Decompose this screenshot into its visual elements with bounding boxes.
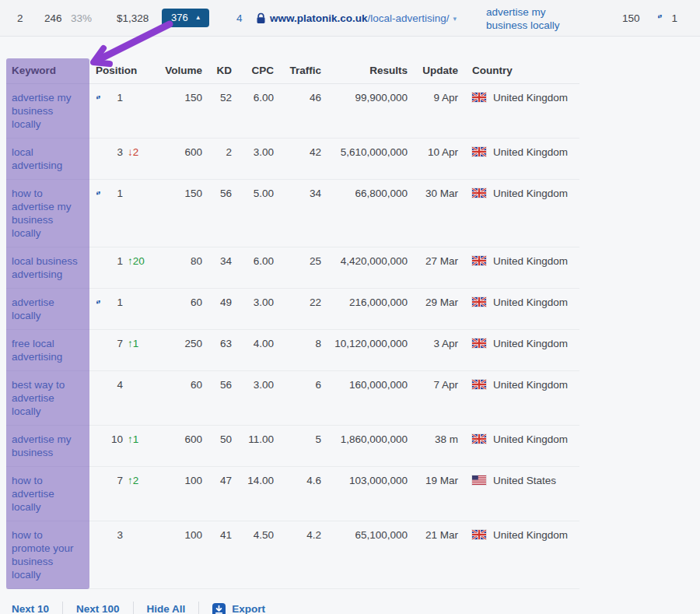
update-cell: 38 m [408, 426, 458, 466]
country-label: United Kingdom [493, 296, 568, 309]
keyword-link[interactable]: how to advertise locally [12, 475, 54, 513]
traffic-cell: 4.2 [274, 521, 321, 588]
country-cell: United Kingdom [458, 521, 579, 588]
volume-cell: 250 [156, 330, 202, 370]
column-header-kd[interactable]: KD [202, 58, 232, 83]
column-header-results[interactable]: Results [321, 58, 408, 83]
cpc-cell: 11.00 [232, 426, 274, 466]
column-header-update[interactable]: Update [408, 58, 458, 83]
column-header-position[interactable]: Position [92, 58, 156, 83]
next-100-button[interactable]: Next 100 [63, 602, 134, 614]
traffic-cell: 4.6 [274, 467, 321, 521]
keyword-link[interactable]: local business advertising [12, 255, 78, 280]
uk-flag-icon [472, 339, 486, 348]
position-change-up: ↑1 [128, 337, 138, 350]
keyword-link[interactable]: advertise locally [12, 296, 54, 321]
positions-badge-button[interactable]: 376 ▲ [162, 9, 209, 27]
organic-keywords-panel: 2 246 33% $1,328 376 ▲ 4 www.platonik.co… [0, 0, 700, 614]
position-change-up: ↑20 [128, 254, 145, 268]
lock-icon [257, 12, 265, 23]
cpc-cell: 6.00 [232, 84, 274, 138]
next-10-button[interactable]: Next 10 [6, 602, 63, 614]
table-header-row: Keyword Position Volume KD CPC Traffic R… [6, 58, 579, 84]
column-header-traffic[interactable]: Traffic [274, 58, 321, 83]
keyword-cell: how to promote your business locally [6, 521, 92, 588]
keywords-table: Keyword Position Volume KD CPC Traffic R… [6, 58, 579, 589]
table-row: local business advertising1↑2080346.0025… [6, 247, 579, 289]
cpc-cell: 3.00 [232, 371, 274, 425]
volume-cell: 60 [156, 289, 202, 329]
url-path: /local-advertising/ [368, 12, 450, 24]
top-keyword-position: 1 [672, 12, 678, 24]
keyword-link[interactable]: best way to advertise locally [12, 379, 65, 417]
update-cell: 10 Apr [408, 139, 458, 179]
position-change-down: ↓2 [128, 146, 138, 159]
table-row: local advertising3↓260023.00425,610,000,… [6, 139, 579, 180]
cpc-cell: 4.50 [232, 521, 274, 588]
table-row: advertise locally❛❜160493.0022216,000,00… [6, 289, 579, 330]
column-header-volume[interactable]: Volume [156, 58, 202, 83]
uk-flag-icon [472, 380, 486, 389]
column-header-cpc[interactable]: CPC [232, 58, 274, 83]
hide-all-button[interactable]: Hide All [134, 602, 200, 614]
keyword-link[interactable]: free local advertising [12, 338, 62, 363]
position-value: 1 [109, 254, 123, 268]
update-cell: 30 Mar [408, 180, 458, 247]
keyword-link[interactable]: advertise my business [12, 433, 72, 458]
keyword-link[interactable]: how to advertise my business locally [12, 188, 72, 239]
country-cell: United Kingdom [458, 180, 579, 247]
country-cell: United States [458, 467, 579, 521]
metrics-topbar: 2 246 33% $1,328 376 ▲ 4 www.platonik.co… [0, 0, 700, 37]
hide-all-label: Hide All [147, 602, 186, 614]
quotes-slot-empty [96, 254, 109, 256]
cpc-cell: 14.00 [232, 467, 274, 521]
keyword-cell: advertise my business [6, 426, 92, 466]
volume-cell: 100 [156, 467, 202, 521]
country-cell: United Kingdom [458, 247, 579, 288]
keyword-link[interactable]: advertise my business locally [12, 92, 72, 130]
results-cell: 65,100,000 [321, 521, 408, 588]
uk-flag-icon [472, 530, 486, 539]
serp-count-metric: 4 [236, 12, 243, 24]
column-header-keyword[interactable]: Keyword [6, 58, 92, 83]
target-url[interactable]: www.platonik.co.uk/local-advertising/ ▾ [257, 12, 457, 24]
traffic-cell: 8 [274, 330, 321, 370]
results-cell: 216,000,000 [321, 289, 408, 329]
keyword-link[interactable]: local advertising [12, 146, 62, 171]
uk-flag-icon [472, 188, 486, 198]
quotes-slot-empty [96, 337, 109, 339]
traffic-cell: 5 [274, 426, 321, 466]
position-value: 4 [109, 378, 123, 391]
export-button[interactable]: Export [199, 602, 278, 614]
table-row: how to promote your business locally3100… [6, 521, 579, 589]
quotes-icon: ❛❜ [657, 13, 662, 24]
country-label: United Kingdom [493, 433, 568, 446]
percent-metric: 33% [71, 12, 92, 24]
results-cell: 103,000,000 [321, 467, 408, 521]
quotes-icon: ❛❜ [96, 190, 100, 201]
table-row: best way to advertise locally460563.0061… [6, 371, 579, 426]
positions-badge-value: 376 [171, 12, 188, 23]
results-cell: 1,860,000,000 [321, 426, 408, 466]
traffic-cell: 6 [274, 371, 321, 425]
keyword-link[interactable]: how to promote your business locally [12, 529, 74, 581]
position-value: 1 [109, 91, 123, 104]
position-cell: 4 [92, 371, 156, 425]
position-value: 7 [109, 337, 123, 350]
next-100-label: Next 100 [76, 602, 120, 614]
keywords-table-body: advertise my business locally❛❜1150526.0… [6, 84, 579, 589]
update-cell: 19 Mar [408, 467, 458, 521]
results-cell: 99,900,000 [321, 84, 408, 138]
table-footer: Next 10 Next 100 Hide All Export [6, 601, 700, 614]
column-header-country[interactable]: Country [458, 58, 579, 83]
export-label: Export [232, 602, 265, 614]
top-keyword-link[interactable]: advertise my business locally [486, 5, 583, 32]
quotes-icon: ❛❜ [96, 299, 100, 310]
country-label: United Kingdom [493, 91, 568, 104]
country-cell: United Kingdom [458, 426, 579, 466]
export-icon [212, 603, 226, 614]
uk-flag-icon [472, 297, 486, 307]
update-cell: 27 Mar [408, 247, 458, 288]
country-label: United Kingdom [493, 337, 568, 350]
position-value: 3 [109, 528, 123, 542]
